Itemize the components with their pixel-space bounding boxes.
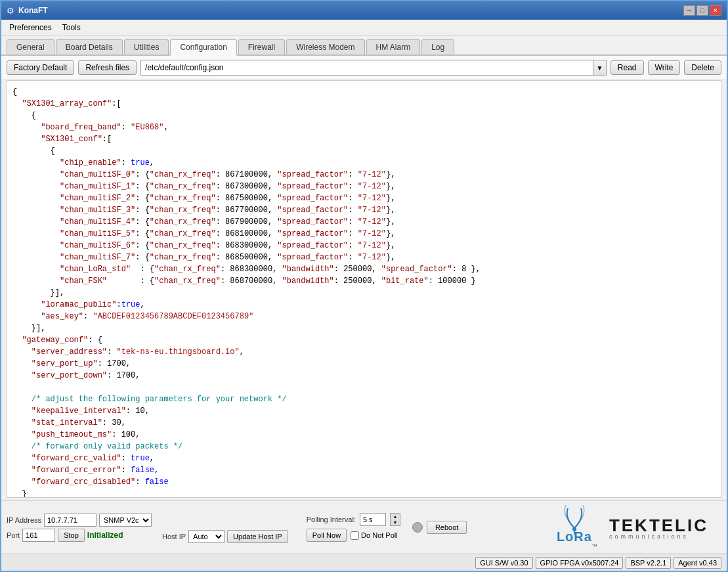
write-button[interactable]: Write xyxy=(648,60,681,75)
do-not-poll-label: Do Not Poll xyxy=(351,531,398,540)
polling-section: Polling Interval: ▲ ▼ Poll Now Do Not Po… xyxy=(307,513,400,542)
tab-wireless-modem[interactable]: Wireless Modem xyxy=(286,39,364,55)
tektelic-sub: communications xyxy=(609,533,689,540)
tab-general[interactable]: General xyxy=(7,39,54,55)
agent-version: Agent v0.43 xyxy=(674,557,721,569)
ip-address-label: IP Address xyxy=(7,516,41,524)
update-host-ip-button[interactable]: Update Host IP xyxy=(227,530,288,543)
menu-tools[interactable]: Tools xyxy=(57,22,86,33)
ip-address-field: IP Address SNMP V2c xyxy=(7,514,152,527)
host-ip-select[interactable]: Auto xyxy=(188,530,225,543)
snmp-version-select[interactable]: SNMP V2c xyxy=(99,514,152,527)
polling-down-button[interactable]: ▼ xyxy=(391,519,400,525)
read-button[interactable]: Read xyxy=(610,60,644,75)
host-ip-section: Host IP Auto Update Host IP xyxy=(162,512,288,543)
menubar: Preferences Tools xyxy=(1,20,727,35)
host-ip-label: Host IP xyxy=(162,533,186,540)
close-button[interactable]: ✕ xyxy=(710,5,721,16)
host-ip-field: Host IP Auto Update Host IP xyxy=(162,530,288,543)
file-path-container: ▼ xyxy=(140,60,607,76)
delete-button[interactable]: Delete xyxy=(684,60,721,75)
do-not-poll-checkbox[interactable] xyxy=(351,531,359,540)
maximize-button[interactable]: □ xyxy=(696,5,708,16)
initialized-status: Initialized xyxy=(87,531,123,540)
polling-row-2: Poll Now Do Not Poll xyxy=(307,529,400,542)
tabbar: General Board Details Utilities Configur… xyxy=(1,35,727,56)
reboot-section: Reboot xyxy=(412,521,467,534)
stop-button[interactable]: Stop xyxy=(58,529,85,542)
statusbar: IP Address SNMP V2c Port Stop Initialize… xyxy=(1,500,727,554)
lora-text: LoRa xyxy=(557,529,592,544)
main-window: ⚙ KonaFT ─ □ ✕ Preferences Tools General… xyxy=(0,0,728,572)
port-label: Port xyxy=(7,531,20,539)
ip-address-input[interactable] xyxy=(44,514,96,527)
minimize-button[interactable]: ─ xyxy=(683,5,695,16)
logo-area: LoRa ™ TEKTELIC communications xyxy=(551,505,721,550)
tab-utilities[interactable]: Utilities xyxy=(124,39,169,55)
reboot-button[interactable]: Reboot xyxy=(427,521,467,534)
ip-address-section: IP Address SNMP V2c Port Stop Initialize… xyxy=(7,514,152,542)
gpio-fpga-version: GPIO FPGA v0x5007.24 xyxy=(536,557,624,569)
json-content-area[interactable]: { "SX1301_array_conf":[ { "board_freq_ba… xyxy=(7,80,721,498)
port-field: Port Stop Initialized xyxy=(7,529,152,542)
titlebar: ⚙ KonaFT ─ □ ✕ xyxy=(1,1,727,20)
menu-preferences[interactable]: Preferences xyxy=(4,22,57,33)
poll-now-button[interactable]: Poll Now xyxy=(307,529,347,542)
polling-interval-label: Polling Interval: xyxy=(307,516,356,523)
polling-spinner: ▲ ▼ xyxy=(390,513,400,526)
factory-default-button[interactable]: Factory Default xyxy=(7,60,74,75)
lora-trademark: ™ xyxy=(591,543,597,550)
gui-sw-version: GUI S/W v0.30 xyxy=(475,557,532,569)
window-controls: ─ □ ✕ xyxy=(683,5,721,16)
toolbar: Factory Default Refresh files ▼ Read Wri… xyxy=(1,56,727,80)
tektelic-logo: TEKTELIC communications xyxy=(609,516,708,540)
signal-indicator xyxy=(412,522,423,533)
main-area: Factory Default Refresh files ▼ Read Wri… xyxy=(1,56,727,571)
file-path-input[interactable] xyxy=(140,60,593,76)
tab-log[interactable]: Log xyxy=(421,39,454,55)
polling-up-button[interactable]: ▲ xyxy=(391,514,400,519)
file-path-dropdown-button[interactable]: ▼ xyxy=(593,60,607,76)
bsp-version: BSP v2.2.1 xyxy=(626,557,671,569)
polling-row-1: Polling Interval: ▲ ▼ xyxy=(307,513,400,526)
bottom-version-bar: GUI S/W v0.30 GPIO FPGA v0x5007.24 BSP v… xyxy=(1,554,727,571)
polling-interval-input[interactable] xyxy=(360,513,386,526)
tab-firewall[interactable]: Firewall xyxy=(238,39,285,55)
refresh-files-button[interactable]: Refresh files xyxy=(78,60,137,75)
tab-board-details[interactable]: Board Details xyxy=(56,39,123,55)
lora-logo: LoRa ™ xyxy=(551,505,597,550)
tab-configuration[interactable]: Configuration xyxy=(170,39,236,56)
window-title: KonaFT xyxy=(18,6,48,15)
tab-hm-alarm[interactable]: HM Alarm xyxy=(366,39,421,55)
port-input[interactable] xyxy=(22,529,55,542)
